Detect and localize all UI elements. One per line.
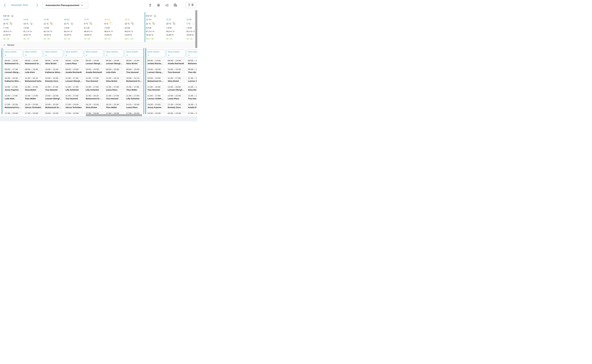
shift-card[interactable]: 17:00 – 23:00Alessa Terheiden: [64, 102, 83, 110]
shift-card[interactable]: 16:15 – 22:00Alessa Terheiden: [23, 102, 43, 110]
shift-card[interactable]: 08:00 – 14:00Muhammed Gr…: [3, 58, 23, 65]
shift-card[interactable]: 09:00 – 1Titus Mü: [186, 67, 197, 74]
shift-card[interactable]: 11:00 – 17:00Leila Klein: [3, 93, 23, 101]
shift-card[interactable]: 13:00 – 22:00Lennart Obergf…: [44, 93, 63, 101]
shift-card[interactable]: 11:00 – 17:00Tina Hommel: [64, 93, 83, 101]
shift-card[interactable]: 17:00 – 23:00: [64, 111, 83, 114]
shift-card[interactable]: 11:00 – 1Lennox V: [186, 76, 197, 83]
new-shift-button-17-fr[interactable]: Neue Schicht+: [84, 50, 104, 57]
shift-card[interactable]: 09:00 – 15:00Tina Hommel: [125, 67, 144, 74]
shift-card[interactable]: 11:00 – 16:30Tina Hommel: [146, 85, 165, 92]
shift-card[interactable]: 11:00 – 17:00Lilly Schöckel: [125, 93, 144, 101]
shift-card[interactable]: 19:00 – 23:00: [44, 111, 63, 114]
shift-card[interactable]: 11:00 – 17:00Titus Müller: [125, 85, 144, 92]
shift-card[interactable]: 10:00 – 15:30Tina Hommel: [166, 67, 186, 74]
shift-card[interactable]: 11:00 – 16:15Muhammed Gr…: [84, 93, 104, 101]
schedule-send-icon[interactable]: [173, 3, 177, 7]
shift-card[interactable]: 15:45 – 22:00Muhammed Gr…: [44, 102, 63, 110]
shift-card[interactable]: 08:00 – 14:00Lennart Obergf…: [105, 58, 124, 65]
shift-card[interactable]: 16:30 – 2Amalia R: [186, 102, 197, 110]
shift-card[interactable]: 11:00 – 17:00Lennart Obergf…: [64, 76, 83, 83]
shift-card[interactable]: 17:30 – 23:00Emmely Gens: [166, 102, 186, 110]
shift-card[interactable]: 11:00 – 17:00Jonny Kuprion: [3, 85, 23, 92]
shift-card[interactable]: 17:00 – 23:00: [125, 111, 144, 114]
shift-card[interactable]: 11:00 – 17:00Lennox Vielleh…: [146, 93, 165, 101]
previous-month-button[interactable]: [4, 3, 6, 7]
shift-card[interactable]: 16:15 – 22:00Stina Bickel: [84, 102, 104, 110]
shift-card[interactable]: 10:00 – 15:30Katharina Wös…: [3, 76, 23, 83]
new-shift-button-15-mi[interactable]: Neue Schicht+: [44, 50, 63, 57]
shift-card[interactable]: 20:00 – 23:00: [166, 111, 186, 114]
shift-card[interactable]: 17:00 – 23:00: [84, 111, 104, 114]
shift-card[interactable]: 10:00 – 15:00Muhammed Gr…: [146, 76, 165, 83]
people-list-toggle-button[interactable]: [185, 2, 196, 8]
shift-card[interactable]: 11:00 – 1Tina Hon: [186, 93, 197, 101]
shift-card[interactable]: 09:00 – 17:30Lennart Oberg…: [3, 67, 23, 74]
shift-card[interactable]: 11:00 – 17:00Tina Hommel: [105, 93, 124, 101]
shift-card[interactable]: 09:00 – 14:00Amalia Reichardt: [64, 67, 83, 74]
day-header-15-mi: 15 Mi11 °C7,9 k€82,3 € / h19,26 %96 / 95: [44, 19, 63, 40]
chevron-down-icon[interactable]: [4, 44, 5, 46]
shift-employee-name: Stina Bickel: [168, 79, 184, 83]
shift-card[interactable]: 11:00 – 17:00Titus Müller: [23, 93, 43, 101]
shift-card[interactable]: 11:00 – 17:00Lilly Schöckel: [84, 85, 104, 92]
shift-card[interactable]: 13:00 – 22:00Leana Plass: [166, 93, 186, 101]
printer-icon[interactable]: [157, 3, 160, 7]
shift-card[interactable]: 09:00 – 15:00Leila Klein: [23, 67, 43, 74]
planning-assistant-dropdown[interactable]: Automatischer Planungsassistent: [43, 2, 88, 8]
shift-card[interactable]: 08:00 – 14:00Amalia Reicha…: [146, 58, 165, 65]
new-shift-button-20-mo[interactable]: Neue Schicht+: [146, 50, 165, 57]
day-date-label: 20 Mo: [146, 19, 165, 21]
shift-card[interactable]: 08:00 – 14:00Leana Plass: [64, 58, 83, 65]
print-week-icon[interactable]: [11, 15, 14, 17]
week-label: KW 46: [3, 15, 9, 17]
week-label-row-kw-47: KW 47: [146, 14, 197, 18]
shift-card[interactable]: 08:00 – 1Muhamm: [186, 58, 197, 65]
shift-card[interactable]: 08:00 – 14:00Amalia Reichardt: [166, 58, 186, 65]
shift-card[interactable]: 10:00 – 15:00Emmely Gens: [44, 76, 63, 83]
horizontal-scrollbar-thumb[interactable]: [86, 114, 142, 116]
shift-card[interactable]: 10:00 – 18:30Lennart Oberg…: [146, 67, 165, 74]
shift-card[interactable]: 17:00 – 22:00Muhammed Ko…: [3, 102, 23, 110]
new-shift-button-19-so[interactable]: Neue Schicht+: [125, 50, 144, 57]
new-shift-button-21-di[interactable]: Neue Schicht+: [166, 50, 186, 57]
shift-card[interactable]: 16:15 – 22:00Titus Müller: [105, 102, 124, 110]
new-shift-button-18-sa[interactable]: Neue Schicht+: [105, 50, 124, 57]
shift-card[interactable]: 11:00 – 1Stina Bic: [186, 85, 197, 92]
next-month-button[interactable]: [36, 3, 38, 7]
shift-card[interactable]: 11:00 – 17:00Tina Hommel: [44, 85, 63, 92]
shift-card[interactable]: 09:00 – 15:00Leila Klein: [105, 67, 124, 74]
shift-column-21-di: Neue Schicht+08:00 – 14:00Amalia Reichar…: [166, 50, 186, 114]
shift-card[interactable]: 11:00 – 17:00Stina Bickel: [23, 85, 43, 92]
trash-icon[interactable]: [149, 3, 152, 7]
shift-card[interactable]: 11:00 – 16:15Muhammed Koha: [23, 76, 43, 83]
shift-card[interactable]: 16:00 – 23:00Jonny Kuprion: [146, 102, 165, 110]
shift-card[interactable]: 18:30 – 23:00: [146, 111, 165, 114]
new-shift-button-14-di[interactable]: Neue Schicht+: [23, 50, 43, 57]
shift-card[interactable]: 11:00 – 16:15Stina Bickel: [105, 76, 124, 83]
megaphone-icon[interactable]: [165, 3, 169, 7]
shift-card[interactable]: 11:00 – 17:00Leana Plass: [105, 85, 124, 92]
shift-card[interactable]: 14:15 – 23:00Leana Plass: [125, 102, 144, 110]
shift-card[interactable]: 10:00 – 14:15Muhammed Gr…: [125, 76, 144, 83]
shift-card[interactable]: 08:00 – 14:00Muhammed Gr…: [23, 58, 43, 65]
new-shift-button-13-mo[interactable]: Neue Schicht+: [3, 50, 23, 57]
section-service-toggle[interactable]: Service: [0, 42, 197, 48]
shift-card[interactable]: 10:00 – 15:00Amalia Reichardt: [84, 67, 104, 74]
shift-card[interactable]: 11:00 – 18:00Lennart Obergf…: [166, 85, 186, 92]
shift-card[interactable]: 17:00 – 23:00: [23, 111, 43, 114]
shift-card[interactable]: 11:00 – 17:00Stina Bickel: [166, 76, 186, 83]
shift-card[interactable]: 17:00 – 2: [186, 111, 197, 114]
shift-time: 11:00 – 17:00: [147, 94, 164, 97]
shift-card[interactable]: 17:30 – 23:00: [3, 111, 23, 114]
shift-card[interactable]: 08:00 – 14:00Lennart Obergf…: [84, 58, 104, 65]
shift-card[interactable]: 10:00 – 15:45Katharina Wösc…: [44, 67, 63, 74]
shift-card[interactable]: 11:00 – 17:00Lilly Schöckel: [64, 85, 83, 92]
print-week-icon[interactable]: [154, 15, 156, 17]
shift-card[interactable]: 17:00 – 23:00: [105, 111, 124, 114]
new-shift-button-16-do[interactable]: Neue Schicht+: [64, 50, 83, 57]
new-shift-button-22-mi[interactable]: Neue Schicht+: [186, 50, 197, 57]
shift-card[interactable]: 11:00 – 17:00Tina Hommel: [84, 76, 104, 83]
shift-card[interactable]: 08:00 – 14:00Stina Bickel: [44, 58, 63, 65]
shift-card[interactable]: 08:00 – 14:00Stina Bickel: [125, 58, 144, 65]
